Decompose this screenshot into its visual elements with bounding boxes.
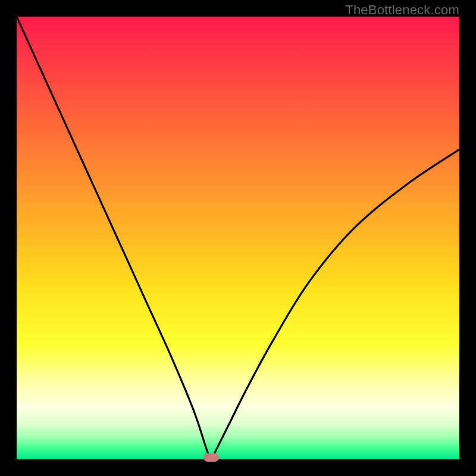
watermark-text: TheBottleneck.com [345, 2, 459, 18]
bottleneck-curve [17, 17, 459, 459]
chart-frame: TheBottleneck.com [0, 0, 476, 476]
minimum-marker [203, 453, 219, 462]
plot-area [17, 17, 459, 459]
